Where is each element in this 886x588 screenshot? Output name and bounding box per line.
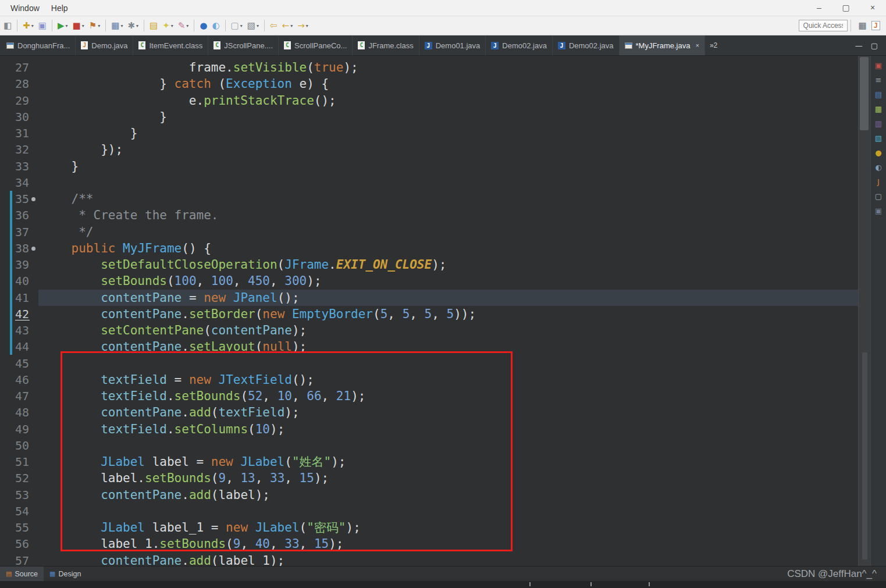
debug-icon[interactable]: ⚑▾ bbox=[87, 19, 102, 33]
editor-tab[interactable]: CScrollPaneCo... bbox=[279, 35, 353, 55]
console-icon[interactable]: ▦▾ bbox=[109, 19, 124, 33]
editor-tab[interactable]: JDemo02.java bbox=[486, 35, 553, 55]
code-line[interactable] bbox=[38, 355, 858, 372]
menu-help[interactable]: Help bbox=[45, 3, 74, 13]
line-number[interactable]: 28 bbox=[15, 76, 38, 92]
code-line[interactable] bbox=[38, 503, 858, 519]
open-perspective-icon[interactable]: ▦ bbox=[859, 20, 867, 31]
line-number[interactable]: 39 bbox=[15, 256, 38, 273]
code-line[interactable]: frame.setVisible(true); bbox=[38, 59, 858, 76]
dropdown-arrow-icon[interactable]: ▾ bbox=[98, 23, 100, 28]
code-line[interactable]: */ bbox=[38, 224, 858, 240]
code-line[interactable]: /** bbox=[38, 191, 858, 207]
sync-icon[interactable]: ◐ bbox=[874, 162, 884, 172]
line-number[interactable]: 32 bbox=[15, 141, 38, 158]
editor-tab[interactable]: JDemo.java bbox=[76, 35, 133, 55]
line-number[interactable]: 54 bbox=[15, 503, 38, 519]
new-class-icon[interactable]: ▢▾ bbox=[229, 19, 244, 33]
code-line[interactable]: textField.setBounds(52, 10, 66, 21); bbox=[38, 388, 858, 404]
code-line[interactable]: contentPane = new JPanel(); bbox=[38, 290, 858, 306]
search-icon[interactable]: ✦▾ bbox=[161, 19, 175, 33]
line-number[interactable]: 51 bbox=[15, 454, 38, 470]
line-number[interactable]: 33 bbox=[15, 158, 38, 174]
structure-icon[interactable]: ▦ bbox=[874, 104, 884, 114]
code-line[interactable]: public MyJFrame() { bbox=[38, 240, 858, 256]
line-number[interactable]: 38 bbox=[15, 240, 38, 256]
annotation-ruler[interactable] bbox=[0, 56, 15, 566]
line-number[interactable]: 41 bbox=[15, 290, 38, 306]
palette-icon[interactable]: ▤ bbox=[874, 90, 884, 99]
code-line[interactable]: contentPane.setBorder(new EmptyBorder(5,… bbox=[38, 306, 858, 322]
editor-tab[interactable]: CJFrame.class bbox=[353, 35, 419, 55]
dropdown-arrow-icon[interactable]: ▾ bbox=[306, 23, 308, 28]
fold-marker-icon[interactable] bbox=[31, 247, 35, 251]
java-perspective-icon[interactable]: J bbox=[871, 21, 880, 30]
dropdown-arrow-icon[interactable]: ▾ bbox=[120, 23, 123, 28]
close-tab-icon[interactable]: × bbox=[695, 42, 699, 49]
dropdown-arrow-icon[interactable]: ▾ bbox=[257, 23, 259, 28]
line-number[interactable]: 46 bbox=[15, 372, 38, 388]
code-line[interactable]: e.printStackTrace(); bbox=[38, 92, 858, 109]
editor-tab[interactable]: CItemEvent.class bbox=[133, 35, 208, 55]
line-number[interactable]: 48 bbox=[15, 404, 38, 420]
editor-tab[interactable]: CJScrollPane.... bbox=[208, 35, 279, 55]
editor-tab[interactable]: JDemo01.java bbox=[419, 35, 486, 55]
code-line[interactable]: setDefaultCloseOperation(JFrame.EXIT_ON_… bbox=[38, 256, 858, 273]
code-line[interactable]: contentPane.add(label); bbox=[38, 487, 858, 503]
new-wizard-icon[interactable]: ✚▾ bbox=[21, 19, 35, 33]
line-number[interactable]: 40 bbox=[15, 273, 38, 289]
save-icon[interactable]: ▣ bbox=[37, 19, 48, 33]
code-line[interactable]: contentPane.setLayout(null); bbox=[38, 338, 858, 355]
code-line[interactable]: JLabel label_1 = new JLabel("密码"); bbox=[38, 519, 858, 536]
last-edit-location-icon[interactable]: ⇦ bbox=[268, 19, 279, 33]
hidden-tabs-indicator[interactable]: »2 bbox=[705, 35, 722, 55]
format-brush-icon[interactable]: ✎▾ bbox=[176, 19, 191, 33]
code-line[interactable]: textField = new JTextField(); bbox=[38, 372, 858, 388]
code-line[interactable]: setContentPane(contentPane); bbox=[38, 322, 858, 338]
line-number[interactable]: 49 bbox=[15, 421, 38, 437]
history-icon[interactable]: ● bbox=[874, 148, 884, 158]
maximize-editor-icon[interactable]: ▢ bbox=[871, 41, 878, 50]
line-number[interactable]: 36 bbox=[15, 207, 38, 223]
properties-icon[interactable]: ▥ bbox=[874, 119, 884, 129]
code-line[interactable]: }); bbox=[38, 141, 858, 158]
restore-trim-icon[interactable]: ◧ bbox=[2, 19, 13, 33]
forward-icon[interactable]: →▾ bbox=[296, 19, 310, 33]
dropdown-arrow-icon[interactable]: ▾ bbox=[136, 23, 138, 28]
quick-access-input[interactable] bbox=[799, 20, 848, 31]
javadoc-icon[interactable]: J bbox=[874, 177, 884, 187]
scrollbar-thumb[interactable] bbox=[860, 57, 869, 130]
code-line[interactable]: textField.setColumns(10); bbox=[38, 421, 858, 437]
dropdown-arrow-icon[interactable]: ▾ bbox=[186, 23, 188, 28]
line-number[interactable]: 44 bbox=[15, 338, 38, 355]
restore-window-icon[interactable]: ▢ bbox=[832, 0, 859, 16]
line-number[interactable]: 53 bbox=[15, 487, 38, 503]
line-number[interactable]: 34 bbox=[15, 174, 38, 191]
line-number[interactable]: 50 bbox=[15, 437, 38, 454]
code-line[interactable]: contentPane.add(label_1); bbox=[38, 553, 858, 566]
code-line[interactable]: } bbox=[38, 109, 858, 125]
outline-icon[interactable]: ≡ bbox=[874, 75, 884, 85]
dropdown-arrow-icon[interactable]: ▾ bbox=[66, 23, 68, 28]
line-number[interactable]: 55 bbox=[15, 519, 38, 536]
menu-window[interactable]: Window bbox=[5, 3, 45, 13]
external-tools-icon[interactable]: ■▾ bbox=[71, 19, 86, 33]
code-line[interactable]: * Create the frame. bbox=[38, 207, 858, 223]
line-number[interactable]: 27 bbox=[15, 59, 38, 76]
line-number[interactable]: 42 bbox=[15, 306, 38, 322]
bottom-tab-source[interactable]: ▤Source bbox=[0, 566, 44, 581]
line-number[interactable]: 43 bbox=[15, 322, 38, 338]
line-number[interactable]: 45 bbox=[15, 355, 38, 372]
back-icon[interactable]: ←▾ bbox=[280, 19, 295, 33]
open-type-icon[interactable]: ▧▾ bbox=[245, 19, 261, 33]
code-line[interactable]: JLabel label = new JLabel("姓名"); bbox=[38, 454, 858, 470]
show-view-icon[interactable]: ▣ bbox=[874, 60, 884, 70]
declaration-icon[interactable]: ▢ bbox=[874, 191, 884, 201]
code-line[interactable]: label_1.setBounds(9, 40, 33, 15); bbox=[38, 536, 858, 552]
refresh-icon[interactable]: ◐ bbox=[210, 19, 221, 33]
line-number[interactable]: 35 bbox=[15, 191, 38, 207]
code-line[interactable]: contentPane.add(textField); bbox=[38, 404, 858, 420]
launch-config-icon[interactable]: ✱▾ bbox=[126, 19, 140, 33]
dropdown-arrow-icon[interactable]: ▾ bbox=[240, 23, 243, 28]
code-line[interactable] bbox=[38, 174, 858, 191]
